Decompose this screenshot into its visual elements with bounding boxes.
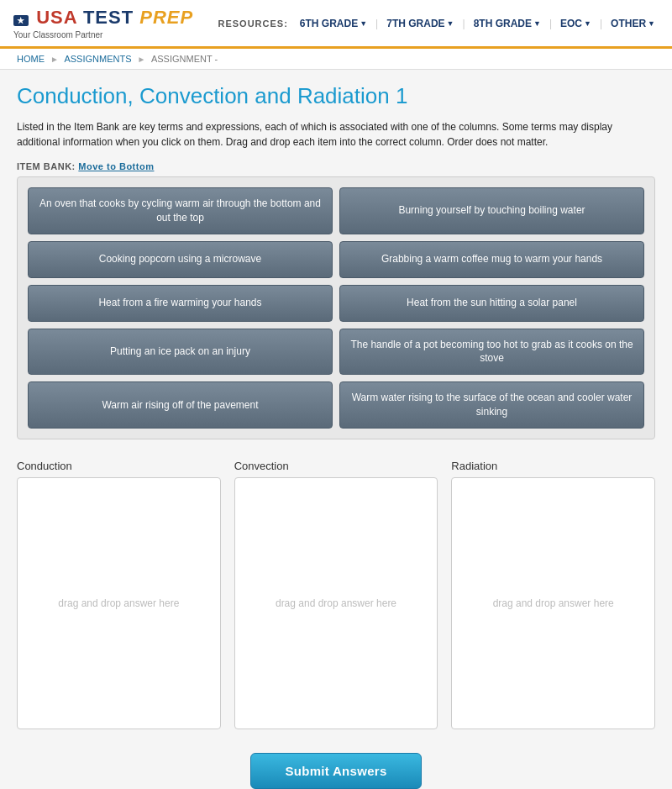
nav-7th-grade-label: 7TH GRADE bbox=[386, 18, 444, 29]
drop-zone-hint-convection: drag and drop answer here bbox=[276, 597, 396, 609]
column-title-conduction: Conduction bbox=[17, 460, 221, 472]
logo-prep: PREP bbox=[139, 7, 193, 28]
nav-6th-grade-label: 6TH GRADE bbox=[300, 18, 358, 29]
item-bank-text: ITEM BANK: bbox=[17, 161, 76, 171]
nav-resources: RESOURCES: 6TH GRADE ▼ | 7TH GRADE ▼ | 8… bbox=[218, 16, 659, 31]
nav-8th-grade-label: 8TH GRADE bbox=[474, 18, 532, 29]
instructions: Listed in the Item Bank are key terms an… bbox=[17, 119, 655, 150]
item-card-7[interactable]: The handle of a pot becoming too hot to … bbox=[339, 329, 644, 376]
chevron-down-icon: ▼ bbox=[360, 19, 367, 28]
submit-button[interactable]: Submit Answers bbox=[250, 753, 421, 789]
nav-sep-2: | bbox=[463, 18, 465, 29]
drop-zone-hint-conduction: drag and drop answer here bbox=[58, 597, 179, 609]
nav-eoc[interactable]: EOC ▼ bbox=[557, 16, 595, 31]
item-card-1[interactable]: Burning yourself by touching boiling wat… bbox=[339, 187, 644, 234]
item-card-2[interactable]: Cooking popcorn using a microwave bbox=[28, 241, 333, 278]
column-title-radiation: Radiation bbox=[451, 460, 655, 472]
drop-zone-hint-radiation: drag and drop answer here bbox=[493, 597, 614, 609]
item-bank-grid: An oven that cooks by cycling warm air t… bbox=[28, 187, 644, 429]
item-card-4[interactable]: Heat from a fire warming your hands bbox=[28, 285, 333, 322]
drop-zone-convection[interactable]: drag and drop answer here bbox=[234, 477, 438, 729]
item-card-9[interactable]: Warm water rising to the surface of the … bbox=[339, 381, 644, 429]
item-card-5[interactable]: Heat from the sun hitting a solar panel bbox=[339, 285, 644, 322]
submit-area: Submit Answers bbox=[17, 753, 655, 789]
nav-sep-1: | bbox=[375, 18, 378, 29]
nav-sep-4: | bbox=[600, 18, 602, 29]
nav-eoc-label: EOC bbox=[560, 18, 582, 29]
logo: ★ USA TEST PREP bbox=[13, 7, 193, 29]
main-content: Conduction, Convection and Radiation 1 L… bbox=[0, 70, 672, 789]
chevron-down-icon-3: ▼ bbox=[533, 19, 541, 28]
item-bank: An oven that cooks by cycling warm air t… bbox=[17, 176, 655, 439]
drop-column-radiation: Radiation drag and drop answer here bbox=[451, 460, 655, 729]
logo-usa: USA bbox=[36, 7, 77, 28]
breadcrumb: HOME ► ASSIGNMENTS ► ASSIGNMENT - bbox=[0, 49, 672, 70]
breadcrumb-assignments[interactable]: ASSIGNMENTS bbox=[64, 54, 131, 64]
drop-columns: Conduction drag and drop answer here Con… bbox=[17, 460, 655, 729]
resources-label: RESOURCES: bbox=[218, 18, 288, 29]
drop-zone-conduction[interactable]: drag and drop answer here bbox=[17, 477, 221, 729]
column-title-convection: Convection bbox=[234, 460, 438, 472]
logo-area: ★ USA TEST PREP Your Classroom Partner bbox=[13, 7, 193, 39]
nav-other-label: OTHER bbox=[611, 18, 646, 29]
nav-other[interactable]: OTHER ▼ bbox=[607, 16, 659, 31]
drop-zone-radiation[interactable]: drag and drop answer here bbox=[451, 477, 655, 729]
nav-sep-3: | bbox=[549, 18, 552, 29]
breadcrumb-sep-2: ► bbox=[138, 55, 146, 64]
logo-test-text: TEST bbox=[83, 7, 134, 28]
drop-column-conduction: Conduction drag and drop answer here bbox=[17, 460, 221, 729]
nav-8th-grade[interactable]: 8TH GRADE ▼ bbox=[470, 16, 544, 31]
chevron-down-icon-2: ▼ bbox=[447, 19, 454, 28]
item-bank-label: ITEM BANK: Move to Bottom bbox=[17, 161, 655, 171]
header: ★ USA TEST PREP Your Classroom Partner R… bbox=[0, 0, 672, 49]
item-card-3[interactable]: Grabbing a warm coffee mug to warm your … bbox=[339, 241, 644, 278]
item-card-8[interactable]: Warm air rising off of the pavement bbox=[28, 381, 333, 429]
chevron-down-icon-5: ▼ bbox=[648, 19, 655, 28]
breadcrumb-current: ASSIGNMENT - bbox=[151, 54, 218, 64]
nav-6th-grade[interactable]: 6TH GRADE ▼ bbox=[297, 16, 370, 31]
logo-badge: ★ bbox=[13, 15, 29, 26]
page-title: Conduction, Convection and Radiation 1 bbox=[17, 83, 655, 109]
move-to-bottom-link[interactable]: Move to Bottom bbox=[78, 161, 154, 171]
breadcrumb-home[interactable]: HOME bbox=[17, 54, 45, 64]
drop-column-convection: Convection drag and drop answer here bbox=[234, 460, 438, 729]
item-card-0[interactable]: An oven that cooks by cycling warm air t… bbox=[28, 187, 333, 234]
breadcrumb-sep-1: ► bbox=[50, 55, 59, 64]
nav-7th-grade[interactable]: 7TH GRADE ▼ bbox=[383, 16, 457, 31]
item-card-6[interactable]: Putting an ice pack on an injury bbox=[28, 329, 333, 376]
chevron-down-icon-4: ▼ bbox=[584, 19, 591, 28]
logo-subtitle: Your Classroom Partner bbox=[13, 30, 102, 39]
